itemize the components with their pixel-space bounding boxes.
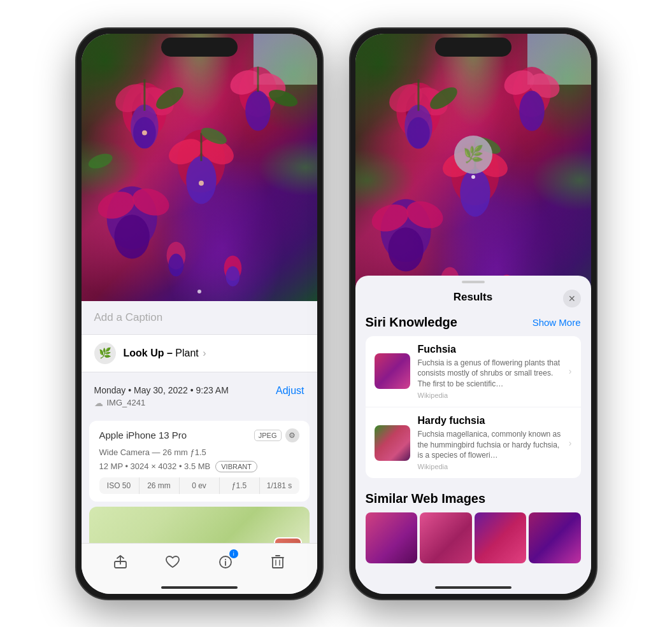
settings-icon[interactable]: ⚙ <box>285 428 299 442</box>
adjust-button[interactable]: Adjust <box>276 385 304 397</box>
fuchsia-text: Fuchsia Fuchsia is a genus of flowering … <box>418 344 561 399</box>
cloud-icon: ☁ <box>94 398 103 408</box>
siri-knowledge-heading: Siri Knowledge <box>366 315 457 330</box>
similar-images-grid <box>366 512 581 563</box>
svg-point-17 <box>186 156 216 204</box>
hardy-desc: Fuchsia magellanica, commonly known as t… <box>418 429 561 461</box>
svg-rect-35 <box>273 558 283 568</box>
similar-image-1[interactable] <box>366 512 418 563</box>
exif-iso: ISO 50 <box>99 477 139 494</box>
svg-point-34 <box>225 559 226 560</box>
fuchsia-name: Fuchsia <box>418 344 561 355</box>
svg-point-9 <box>245 90 271 130</box>
photo-indicator <box>197 290 201 293</box>
svg-point-30 <box>199 180 204 185</box>
similar-section: Similar Web Images <box>355 484 591 568</box>
lookup-label: Look Up – Plant › <box>124 348 206 359</box>
fuchsia-chevron: › <box>569 366 572 376</box>
similar-image-3[interactable] <box>475 512 527 563</box>
camera-section: Apple iPhone 13 Pro JPEG ⚙ Wide Camera —… <box>89 421 310 502</box>
camera-model: Apple iPhone 13 Pro <box>99 430 187 440</box>
fuchsia-thumbnail <box>375 353 410 389</box>
svg-point-45 <box>407 117 430 148</box>
knowledge-item-hardy[interactable]: Hardy fuchsia Fuchsia magellanica, commo… <box>366 407 581 478</box>
filter-badge: VIBRANT <box>215 461 257 472</box>
exif-ev: 0 ev <box>180 477 220 494</box>
svg-point-21 <box>225 266 239 286</box>
caption-field[interactable]: Add a Caption <box>82 301 317 335</box>
knowledge-card: Fuchsia Fuchsia is a genus of flowering … <box>366 336 581 479</box>
heart-button[interactable] <box>161 551 184 574</box>
hardy-text: Hardy fuchsia Fuchsia magellanica, commo… <box>418 415 561 470</box>
results-panel: Results ✕ Siri Knowledge Show More Fuchs <box>355 276 591 594</box>
fuchsia-source: Wikipedia <box>418 391 561 399</box>
left-phone: Add a Caption 🌿 Look Up – Plant › Monday… <box>75 27 324 600</box>
home-bar <box>161 586 238 589</box>
svg-point-49 <box>519 90 545 130</box>
svg-point-11 <box>114 215 149 258</box>
results-title: Results <box>454 291 492 304</box>
siri-orb: 🌿 <box>454 136 492 174</box>
exif-shutter: 1/181 s <box>260 477 299 494</box>
exif-aperture: ƒ1.5 <box>220 477 260 494</box>
date-text: Monday • May 30, 2022 • 9:23 AM <box>94 385 229 395</box>
similar-heading: Similar Web Images <box>366 491 581 506</box>
camera-specs: 12 MP • 3024 × 4032 • 3.5 MB <box>99 461 211 471</box>
svg-point-19 <box>168 253 183 276</box>
knowledge-item-fuchsia[interactable]: Fuchsia Fuchsia is a genus of flowering … <box>366 336 581 407</box>
hardy-thumbnail <box>375 425 410 461</box>
info-section: Monday • May 30, 2022 • 9:23 AM Adjust ☁… <box>82 377 317 416</box>
similar-image-2[interactable] <box>420 512 472 563</box>
show-more-button[interactable]: Show More <box>533 317 581 328</box>
siri-knowledge-section: Siri Knowledge Show More Fuchsia Fuchsia… <box>355 310 591 484</box>
svg-point-57 <box>460 169 490 216</box>
lookup-icon: 🌿 <box>94 342 116 364</box>
right-phone: 🌿 Results ✕ Siri Knowledge Show More <box>349 27 597 600</box>
info-badge: i <box>229 549 238 558</box>
right-home-bar <box>435 586 511 589</box>
hardy-chevron: › <box>569 438 572 448</box>
lookup-row[interactable]: 🌿 Look Up – Plant › <box>82 335 317 372</box>
fuchsia-desc: Fuchsia is a genus of flowering plants t… <box>418 358 561 390</box>
trash-button[interactable] <box>266 551 289 574</box>
format-badge: JPEG <box>254 430 282 441</box>
exif-focal: 26 mm <box>139 477 180 494</box>
info-button[interactable]: i <box>214 551 237 574</box>
results-header: Results ✕ <box>355 283 591 310</box>
similar-image-4[interactable] <box>529 512 581 563</box>
hardy-name: Hardy fuchsia <box>418 415 561 426</box>
filename: IMG_4241 <box>107 398 146 407</box>
photo-area[interactable] <box>82 34 317 301</box>
hardy-source: Wikipedia <box>418 463 561 470</box>
svg-point-28 <box>86 151 114 171</box>
camera-lens: Wide Camera — 26 mm ƒ1.5 <box>99 447 299 457</box>
close-button[interactable]: ✕ <box>563 290 581 307</box>
svg-point-29 <box>141 130 147 135</box>
svg-point-51 <box>388 227 423 271</box>
share-button[interactable] <box>109 551 132 574</box>
exif-row: ISO 50 26 mm 0 ev ƒ1.5 1/181 s <box>99 477 299 494</box>
